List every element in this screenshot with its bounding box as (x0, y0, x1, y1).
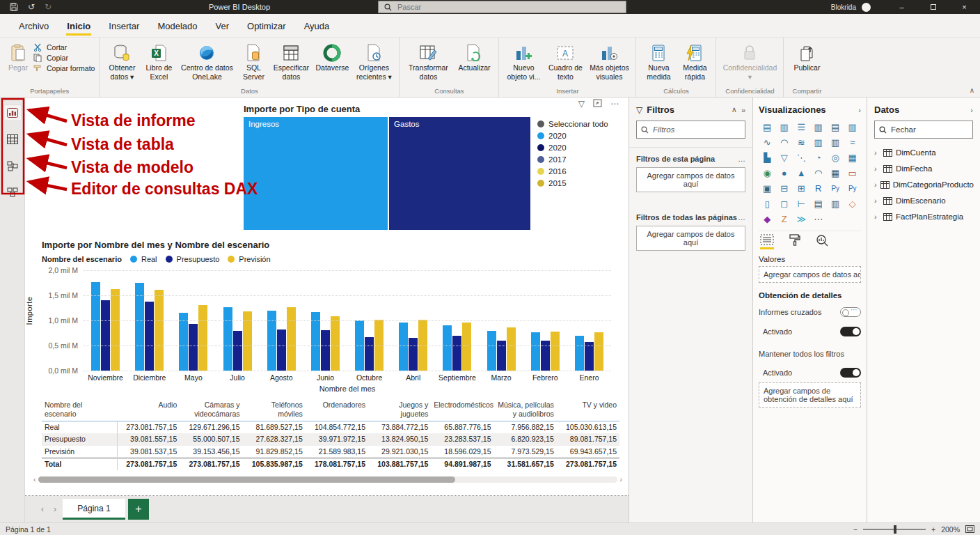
bar-presupuesto[interactable] (585, 342, 594, 371)
zoom-in-icon[interactable]: + (931, 525, 935, 534)
pct-stacked-column-chart-icon[interactable]: ▥ (844, 121, 862, 133)
page-tab[interactable]: Página 1 (63, 499, 125, 520)
data-search-input[interactable] (891, 125, 968, 134)
bar-presupuesto[interactable] (189, 324, 198, 371)
bar-presupuesto[interactable] (277, 329, 286, 371)
avatar[interactable] (862, 3, 871, 12)
table-visual[interactable]: Nombre del escenarioAudioCámaras y video… (42, 400, 619, 470)
new-visual-button[interactable]: Nuevo objeto vi... (503, 40, 544, 82)
new-measure-button[interactable]: Nueva medida (640, 40, 677, 82)
stacked-column-chart-icon[interactable]: ▥ (776, 121, 793, 133)
zoom-slider[interactable] (863, 529, 926, 530)
r-script-icon[interactable]: R (810, 182, 828, 194)
clustered-bar-chart-icon[interactable]: ☰ (793, 121, 810, 133)
legend-item-presupuesto[interactable]: Presupuesto (166, 255, 220, 263)
filter-icon[interactable]: ▽ (578, 99, 585, 109)
line-chart-icon[interactable]: ∿ (759, 136, 776, 148)
hide-pane-icon[interactable]: » (741, 106, 745, 114)
scroll-left-icon[interactable]: ‹ (33, 475, 36, 483)
pie-chart-icon[interactable]: ◔ (810, 151, 828, 164)
kpi-icon[interactable]: ▣ (759, 182, 776, 194)
collapse-pane-icon[interactable]: ∧ (732, 105, 737, 114)
bar-previsión[interactable] (287, 307, 296, 371)
hide-pane-icon[interactable]: › (970, 106, 973, 114)
text-box-button[interactable]: A Cuadro de texto (545, 40, 585, 82)
more-options-icon[interactable]: ⋯ (610, 99, 619, 109)
bar-previsión[interactable] (198, 305, 207, 371)
scrollbar-thumb[interactable] (38, 476, 456, 483)
treemap-node-gastos[interactable]: Gastos (389, 117, 530, 230)
more-visuals-ellipsis-icon[interactable]: ⋯ (810, 212, 828, 225)
gauge-icon[interactable]: ◠ (810, 166, 828, 179)
expand-chevron-icon[interactable]: › (874, 212, 880, 221)
section-more-icon[interactable]: … (738, 155, 745, 163)
menu-tab-archivo[interactable]: Archivo (10, 16, 58, 37)
treemap-icon[interactable]: ▦ (844, 151, 862, 164)
format-tab[interactable] (789, 234, 800, 249)
table-item-dimfecha[interactable]: ›DimFecha (874, 162, 973, 176)
restore-button[interactable] (917, 0, 949, 14)
azure-map-icon[interactable]: ▲ (793, 166, 810, 179)
bar-presupuesto[interactable] (452, 336, 461, 371)
undo-icon[interactable]: ↺ (28, 0, 35, 14)
get-data-button[interactable]: Obtener datos ▾ (104, 40, 140, 82)
ribbon-chart-icon[interactable]: ≈ (844, 136, 862, 148)
section-more-icon[interactable]: … (738, 213, 745, 222)
pct-stacked-bar-chart-icon[interactable]: ▤ (827, 121, 844, 133)
line-clustered-column-chart-icon[interactable]: ▥ (827, 136, 844, 148)
table-row[interactable]: Presupuesto39.081.557,1555.000.507,1527.… (42, 433, 619, 445)
add-page-button[interactable]: + (128, 499, 149, 520)
line-stacked-column-chart-icon[interactable]: ▥ (810, 136, 828, 148)
legend-item[interactable]: 2020 (537, 132, 608, 140)
scatter-chart-icon[interactable]: ⋱ (793, 151, 810, 164)
power-automate-icon[interactable]: Z (776, 212, 793, 225)
key-influencers-icon[interactable]: ◆ (759, 212, 776, 225)
save-icon[interactable] (10, 3, 18, 11)
table-item-dimescenario[interactable]: ›DimEscenario (874, 194, 973, 208)
onelake-hub-button[interactable]: Centro de datos OneLake (177, 40, 236, 82)
table-view-button[interactable] (3, 131, 22, 148)
titlebar-search[interactable] (378, 1, 626, 13)
legend-item[interactable]: 2020 (537, 144, 608, 152)
legend-item-previsión[interactable]: Previsión (228, 255, 270, 263)
zoom-out-icon[interactable]: − (853, 525, 858, 534)
model-view-button[interactable] (3, 157, 22, 174)
dax-query-view-button[interactable] (3, 184, 22, 201)
legend-item[interactable]: 2016 (537, 167, 608, 176)
table-item-dimcategoriaproducto[interactable]: ›DimCategoriaProducto (874, 178, 973, 192)
analytics-tab[interactable] (816, 234, 828, 249)
cross-report-state-toggle[interactable] (840, 327, 861, 336)
table-item-dimcuenta[interactable]: ›DimCuenta (874, 146, 973, 160)
table-icon[interactable]: ⊞ (793, 182, 810, 194)
prev-page-icon[interactable]: ‹ (38, 504, 47, 514)
bar-presupuesto[interactable] (409, 338, 418, 371)
treemap-node-ingresos[interactable]: Ingresos (244, 117, 388, 230)
menu-tab-inicio[interactable]: Inicio (58, 16, 100, 37)
bar-real[interactable] (443, 325, 452, 371)
redo-icon[interactable]: ↻ (45, 0, 52, 14)
close-button[interactable]: × (949, 0, 980, 14)
legend-item[interactable]: Seleccionar todo (537, 120, 608, 128)
bar-previsión[interactable] (551, 332, 560, 371)
bar-previsión[interactable] (331, 316, 340, 371)
quick-measure-button[interactable]: Medida rápida (678, 40, 711, 82)
donut-chart-icon[interactable]: ◎ (827, 151, 844, 164)
bar-real[interactable] (487, 331, 496, 371)
keep-filters-toggle[interactable] (840, 368, 861, 378)
python-icon[interactable]: Py (827, 182, 844, 194)
legend-item-real[interactable]: Real (130, 255, 157, 263)
stacked-area-chart-icon[interactable]: ≋ (793, 136, 810, 148)
treemap-visual[interactable]: IngresosGastos (244, 117, 530, 230)
fields-tab[interactable] (760, 234, 774, 249)
bar-presupuesto[interactable] (365, 337, 374, 371)
bar-presupuesto[interactable] (321, 330, 330, 371)
report-view-button[interactable] (3, 104, 22, 121)
minimize-button[interactable]: – (886, 0, 917, 14)
publish-button[interactable]: Publicar (788, 40, 825, 72)
menu-tab-ayuda[interactable]: Ayuda (295, 16, 339, 37)
bar-real[interactable] (575, 336, 584, 371)
bar-previsión[interactable] (462, 323, 471, 371)
copy-button[interactable]: Copiar (33, 54, 95, 62)
data-search[interactable] (874, 121, 973, 139)
narrative-icon[interactable]: ▥ (827, 197, 844, 210)
